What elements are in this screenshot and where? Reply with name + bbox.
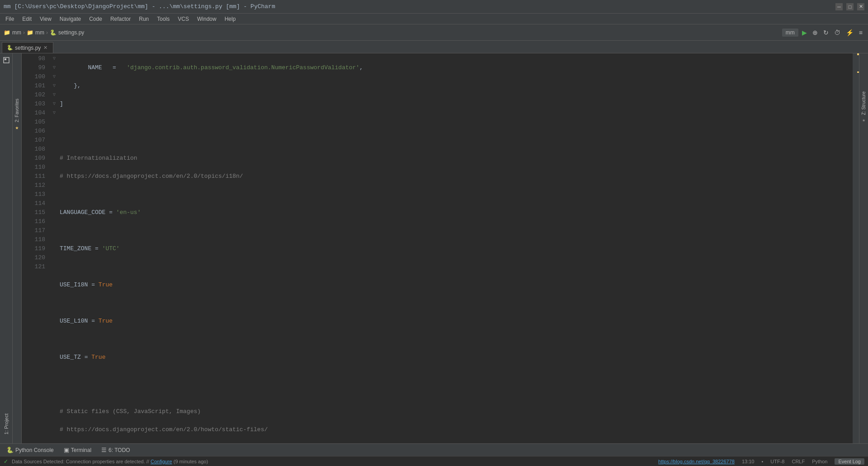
code-line-98: NAME = 'django.contrib.auth.password_val… — [60, 63, 853, 72]
run-button[interactable]: ▶ — [800, 28, 809, 37]
breadcrumb: 📁 mm › 📁 mm › 🐍 settings.py — [4, 29, 84, 36]
minimize-button[interactable]: ─ — [835, 3, 843, 10]
ln-115: 115 — [24, 208, 47, 217]
svg-rect-1 — [5, 58, 6, 60]
ln-116: 116 — [24, 217, 47, 226]
ln-113: 113 — [24, 190, 47, 199]
ln-119: 119 — [24, 244, 47, 253]
encoding[interactable]: UTF-8 — [770, 459, 784, 464]
todo-label: 6: TODO — [108, 447, 130, 453]
code-editor[interactable]: NAME = 'django.contrib.auth.password_val… — [58, 53, 853, 443]
editor-area: 98 99 100 101 102 103 104 105 106 107 10… — [22, 53, 853, 443]
code-line-112: USE_L10N = True — [60, 317, 853, 326]
terminal-label: Terminal — [71, 447, 91, 453]
left-sidebar: 1: Project — [0, 53, 13, 443]
favorites-star-icon[interactable]: ★ — [15, 124, 19, 131]
favorites-label[interactable]: 2: Favorites — [14, 99, 19, 122]
z-structure-label[interactable]: Z: Structure — [861, 91, 866, 115]
maximize-button[interactable]: □ — [846, 3, 854, 10]
bottom-tab-terminal[interactable]: ▣ Terminal — [59, 445, 96, 455]
close-button[interactable]: ✕ — [857, 3, 864, 10]
code-line-117: # Static files (CSS, JavaScript, Images) — [60, 407, 853, 416]
code-line-107 — [60, 226, 853, 235]
code-line-110: USE_I18N = True — [60, 281, 853, 290]
menu-refactor[interactable]: Refactor — [107, 15, 134, 23]
code-line-109 — [60, 262, 853, 271]
gi-118[interactable]: ▽ — [51, 109, 58, 118]
ln-99: 99 — [24, 63, 47, 72]
url-link[interactable]: https://blog.csdn.net/qq_38226778 — [658, 459, 735, 464]
refresh-button[interactable]: ↻ — [821, 28, 830, 37]
code-container: 98 99 100 101 102 103 104 105 106 107 10… — [22, 53, 853, 443]
ln-114: 114 — [24, 199, 47, 208]
menu-navigate[interactable]: Navigate — [56, 15, 85, 23]
clock-button[interactable]: ⏱ — [832, 28, 842, 37]
ln-111: 111 — [24, 172, 47, 181]
notification-configure-link[interactable]: Configure — [151, 459, 172, 464]
toolbar-project-label[interactable]: mm — [782, 29, 798, 37]
ln-120: 120 — [24, 253, 47, 262]
tab-close-button[interactable]: ✕ — [42, 45, 48, 51]
breadcrumb-mm2[interactable]: mm — [35, 29, 44, 36]
breadcrumb-file-icon: 🐍 — [50, 29, 57, 36]
menu-file[interactable]: File — [2, 15, 18, 23]
gi-100[interactable]: ▽ — [51, 72, 58, 81]
code-line-106: LANGUAGE_CODE = 'en-us' — [60, 208, 853, 217]
breadcrumb-mm1[interactable]: mm — [12, 29, 21, 36]
menu-help[interactable]: Help — [221, 15, 240, 23]
breadcrumb-file[interactable]: settings.py — [58, 29, 84, 36]
tab-bar: 🐍 settings.py ✕ — [0, 41, 868, 53]
gi-104[interactable]: ▽ — [51, 90, 58, 100]
gi-103[interactable]: ▽ — [51, 81, 58, 90]
gi-117[interactable]: ▽ — [51, 100, 58, 109]
menu-run[interactable]: Run — [135, 15, 152, 23]
ln-118: 118 — [24, 235, 47, 244]
code-line-111 — [60, 299, 853, 308]
ln-100: 100 — [24, 72, 47, 81]
bottom-bar: 🐍 Python Console ▣ Terminal ☰ 6: TODO — [0, 443, 868, 456]
todo-icon: ☰ — [101, 447, 107, 453]
bottom-tab-python-console[interactable]: 🐍 Python Console — [2, 445, 58, 455]
breadcrumb-sep2: › — [46, 29, 48, 36]
menu-edit[interactable]: Edit — [19, 15, 35, 23]
bottom-tab-todo[interactable]: ☰ 6: TODO — [97, 445, 135, 455]
code-line-105 — [60, 190, 853, 199]
add-coverage-button[interactable]: ⊕ — [811, 28, 820, 37]
line-separator[interactable]: CRLF — [792, 459, 805, 464]
code-line-118: # https://docs.djangoproject.com/en/2.0/… — [60, 425, 853, 434]
menu-view[interactable]: View — [36, 15, 55, 23]
more-button[interactable]: ≡ — [857, 28, 864, 37]
menu-tools[interactable]: Tools — [153, 15, 173, 23]
code-line-108: TIME_ZONE = 'UTC' — [60, 244, 853, 253]
line-col: 13:10 — [742, 459, 755, 464]
ln-108: 108 — [24, 145, 47, 154]
menu-code[interactable]: Code — [85, 15, 106, 23]
menu-window[interactable]: Window — [193, 15, 220, 23]
ln-107: 107 — [24, 136, 47, 145]
tab-python-icon: 🐍 — [7, 45, 13, 51]
sidebar-project-label[interactable]: 1: Project — [4, 414, 9, 434]
python-console-icon: 🐍 — [6, 447, 14, 453]
code-line-113 — [60, 335, 853, 344]
ln-117: 117 — [24, 226, 47, 235]
gi-99[interactable]: ▽ — [51, 63, 58, 72]
code-line-114: USE_TZ = True — [60, 353, 853, 362]
gi-98[interactable]: ▽ — [51, 54, 58, 63]
sidebar-project-icon[interactable] — [1, 55, 11, 65]
z-star-icon[interactable]: ★ — [862, 117, 865, 124]
breadcrumb-folder-icon2: 📁 — [27, 29, 33, 36]
file-type[interactable]: Python — [812, 459, 827, 464]
code-line-99: }, — [60, 81, 853, 90]
ln-121: 121 — [24, 262, 47, 271]
status-right: https://blog.csdn.net/qq_38226778 13:10 … — [658, 458, 864, 465]
ln-102: 102 — [24, 90, 47, 100]
lightning-button[interactable]: ⚡ — [844, 28, 855, 37]
ln-109: 109 — [24, 154, 47, 163]
menu-vcs[interactable]: VCS — [174, 15, 193, 23]
ln-105: 105 — [24, 118, 47, 127]
title-bar-text: mm [C:\Users\pc\Desktop\DjangoProject\mm… — [4, 3, 275, 10]
tab-settings-py[interactable]: 🐍 settings.py ✕ — [2, 42, 53, 53]
ln-98: 98 — [24, 54, 47, 63]
menu-bar: File Edit View Navigate Code Refactor Ru… — [0, 14, 868, 24]
event-log-button[interactable]: Event Log — [835, 458, 864, 465]
